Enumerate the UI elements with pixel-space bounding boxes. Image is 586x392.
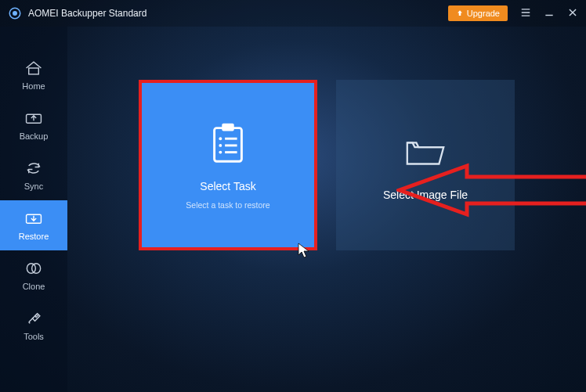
content: Select Task Select a task to restore Sel… bbox=[67, 27, 586, 392]
clone-icon bbox=[24, 260, 44, 277]
svg-point-6 bbox=[32, 264, 41, 274]
sidebar-item-label: Clone bbox=[23, 282, 45, 291]
svg-point-11 bbox=[219, 144, 222, 147]
sidebar: Home Backup Sync Restore Clone bbox=[0, 27, 67, 392]
select-image-card[interactable]: Select Image File bbox=[336, 80, 515, 250]
select-image-title: Select Image File bbox=[383, 189, 468, 201]
restore-icon bbox=[24, 210, 44, 227]
close-icon[interactable] bbox=[567, 7, 578, 20]
sidebar-item-backup[interactable]: Backup bbox=[0, 100, 67, 150]
svg-point-13 bbox=[219, 151, 222, 154]
upgrade-icon bbox=[456, 9, 464, 17]
app-title: AOMEI Backupper Standard bbox=[28, 8, 448, 19]
app-logo-icon bbox=[8, 6, 22, 20]
titlebar: AOMEI Backupper Standard Upgrade bbox=[0, 0, 586, 27]
sync-icon bbox=[24, 160, 44, 177]
svg-rect-2 bbox=[29, 68, 39, 74]
tools-icon bbox=[24, 310, 44, 327]
sidebar-item-label: Backup bbox=[20, 131, 49, 141]
sidebar-item-restore[interactable]: Restore bbox=[0, 200, 67, 250]
titlebar-actions bbox=[520, 7, 578, 20]
home-icon bbox=[24, 59, 44, 77]
svg-point-9 bbox=[219, 137, 222, 140]
select-task-title: Select Task bbox=[200, 180, 255, 192]
upgrade-button[interactable]: Upgrade bbox=[448, 5, 508, 21]
sidebar-item-label: Restore bbox=[19, 232, 49, 241]
select-task-card[interactable]: Select Task Select a task to restore bbox=[139, 80, 317, 250]
upgrade-label: Upgrade bbox=[467, 9, 500, 18]
svg-point-5 bbox=[27, 264, 35, 274]
folder-icon bbox=[403, 129, 448, 174]
sidebar-item-tools[interactable]: Tools bbox=[0, 300, 67, 351]
menu-icon[interactable] bbox=[520, 7, 531, 20]
sidebar-item-label: Home bbox=[22, 81, 45, 91]
sidebar-item-label: Tools bbox=[24, 332, 44, 341]
sidebar-item-sync[interactable]: Sync bbox=[0, 150, 67, 200]
main: Home Backup Sync Restore Clone bbox=[0, 27, 586, 392]
sidebar-item-label: Sync bbox=[24, 182, 43, 191]
svg-point-1 bbox=[13, 11, 17, 16]
svg-rect-8 bbox=[222, 124, 233, 131]
minimize-icon[interactable] bbox=[544, 7, 555, 20]
sidebar-item-clone[interactable]: Clone bbox=[0, 250, 67, 300]
sidebar-item-home[interactable]: Home bbox=[0, 50, 67, 100]
select-task-subtitle: Select a task to restore bbox=[186, 200, 269, 210]
backup-icon bbox=[24, 110, 44, 127]
clipboard-icon bbox=[205, 120, 251, 166]
